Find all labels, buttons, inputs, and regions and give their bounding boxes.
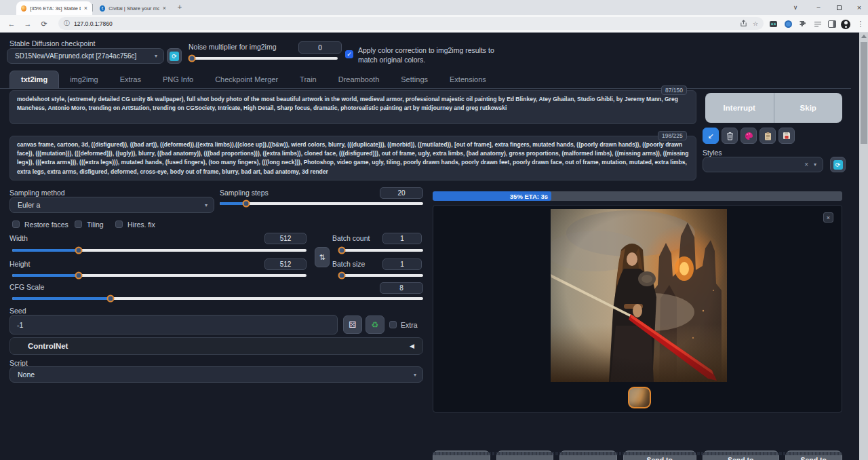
- checkpoint-dropdown[interactable]: SD15NewVAEpruned.ckpt [27a4ac756c] ▾: [7, 48, 164, 64]
- generated-image[interactable]: [551, 209, 727, 382]
- tab-close-icon[interactable]: ×: [163, 5, 166, 12]
- width-input[interactable]: 512: [264, 233, 307, 244]
- browser-tab-civitai[interactable]: Civitai | Share your models ×: [95, 1, 171, 15]
- back-icon[interactable]: ←: [5, 18, 18, 30]
- styles-dropdown[interactable]: × ▾: [703, 157, 823, 172]
- window-maximize-button[interactable]: [829, 0, 849, 15]
- close-preview-button[interactable]: ×: [823, 212, 833, 223]
- noise-multiplier-slider[interactable]: [190, 57, 338, 60]
- tab-img2img[interactable]: img2img: [59, 71, 109, 88]
- stable-diffusion-webui: Stable Diffusion checkpoint SD15NewVAEpr…: [0, 33, 859, 460]
- slider-thumb[interactable]: [243, 200, 250, 208]
- slider-thumb[interactable]: [75, 247, 83, 254]
- noise-multiplier-input[interactable]: 0: [298, 41, 342, 54]
- sampling-method-dropdown[interactable]: Euler a ▾: [9, 197, 214, 213]
- script-dropdown[interactable]: None ▾: [9, 366, 423, 383]
- browser-tab-strip: [35% ETA: 3s] Stable Diffusion × Civitai…: [0, 0, 868, 15]
- browser-tab-stable-diffusion[interactable]: [35% ETA: 3s] Stable Diffusion ×: [16, 1, 92, 15]
- profile-avatar-icon[interactable]: [840, 19, 851, 29]
- tab-extras[interactable]: Extras: [109, 71, 152, 88]
- scrollbar-thumb[interactable]: [861, 42, 867, 144]
- extra-seed-checkbox[interactable]: [389, 321, 397, 328]
- address-bar[interactable]: ⓘ 127.0.0.1:7860 ☆: [58, 17, 764, 30]
- batch-size-slider[interactable]: [339, 274, 423, 277]
- extra-networks-button[interactable]: [741, 128, 757, 144]
- clear-styles-icon[interactable]: ×: [804, 161, 808, 168]
- slider-thumb[interactable]: [338, 272, 346, 280]
- extensions-puzzle-icon[interactable]: [797, 19, 808, 29]
- main-tab-bar: txt2img img2img Extras PNG Info Checkpoi…: [0, 71, 851, 89]
- swap-dimensions-icon: ⇅: [319, 253, 325, 262]
- window-minimize-button[interactable]: –: [808, 0, 829, 15]
- extension-blue-icon[interactable]: [783, 19, 793, 29]
- save-style-icon: [783, 132, 791, 140]
- cfg-scale-slider[interactable]: [12, 297, 423, 300]
- batch-count-input[interactable]: 1: [382, 233, 422, 244]
- controlnet-label: ControlNet: [28, 342, 68, 350]
- negative-prompt-input[interactable]: canvas frame, cartoon, 3d, ((disfigured)…: [9, 136, 696, 180]
- reading-list-icon[interactable]: [812, 19, 823, 29]
- slider-thumb[interactable]: [338, 247, 346, 254]
- tiling-checkbox[interactable]: [75, 221, 82, 228]
- new-tab-button[interactable]: +: [175, 3, 184, 11]
- site-info-icon[interactable]: ⓘ: [64, 19, 70, 28]
- cfg-scale-input[interactable]: 8: [380, 282, 423, 294]
- progress-fill: 35% ETA: 3s: [433, 191, 551, 201]
- slider-thumb[interactable]: [107, 295, 115, 303]
- seed-input[interactable]: -1: [9, 315, 338, 334]
- tab-txt2img[interactable]: txt2img: [9, 71, 59, 88]
- interrupt-button[interactable]: Interrupt: [705, 93, 774, 123]
- tab-search-chevron-icon[interactable]: ∨: [785, 0, 806, 15]
- cfg-scale-label: CFG Scale: [9, 283, 44, 291]
- paste-generation-params-button[interactable]: ↙: [703, 128, 719, 144]
- paste-params-icon: ↙: [707, 132, 713, 140]
- side-panel-icon[interactable]: [827, 19, 837, 29]
- gallery-thumbnail[interactable]: [628, 387, 651, 408]
- height-slider[interactable]: [12, 274, 307, 277]
- batch-count-label: Batch count: [332, 234, 370, 242]
- tab-dreambooth[interactable]: Dreambooth: [328, 71, 391, 88]
- tab-extensions[interactable]: Extensions: [439, 71, 497, 88]
- batch-count-slider[interactable]: [339, 249, 423, 252]
- restore-faces-checkbox[interactable]: [12, 221, 20, 228]
- tab-settings[interactable]: Settings: [390, 71, 439, 88]
- generation-info-clipped: [433, 452, 842, 455]
- height-input[interactable]: 512: [264, 258, 307, 270]
- checkpoint-refresh-button[interactable]: ⟳: [167, 48, 182, 64]
- page-scrollbar[interactable]: [859, 33, 868, 460]
- reload-icon[interactable]: ⟳: [38, 18, 50, 30]
- window-close-button[interactable]: ×: [849, 0, 868, 15]
- seed-label: Seed: [9, 307, 26, 315]
- controlnet-accordion[interactable]: ControlNet ◀: [9, 337, 423, 355]
- slider-thumb[interactable]: [75, 272, 83, 280]
- scroll-up-arrow-icon[interactable]: [861, 35, 867, 38]
- skip-button[interactable]: Skip: [774, 93, 843, 123]
- reuse-seed-button[interactable]: ♻: [366, 315, 384, 334]
- tab-checkpoint-merger[interactable]: Checkpoint Merger: [204, 71, 289, 88]
- clear-prompt-button[interactable]: [722, 128, 738, 144]
- styles-refresh-button[interactable]: ⟳: [830, 157, 846, 172]
- checkpoint-value: SD15NewVAEpruned.ckpt [27a4ac756c]: [15, 52, 155, 60]
- slider-thumb[interactable]: [189, 55, 196, 62]
- batch-size-input[interactable]: 1: [382, 258, 422, 270]
- tab-divider: [92, 4, 93, 12]
- prompt-input[interactable]: modelshoot style, (extremely detailed CG…: [9, 90, 696, 124]
- sampling-steps-slider[interactable]: [220, 202, 423, 205]
- extension-grid-icon[interactable]: [768, 19, 778, 29]
- sampling-steps-input[interactable]: 20: [380, 187, 423, 199]
- bookmark-star-icon[interactable]: ☆: [753, 20, 758, 27]
- random-seed-button[interactable]: ⚄: [343, 315, 362, 334]
- tab-train[interactable]: Train: [289, 71, 328, 88]
- apply-style-button[interactable]: [760, 128, 776, 144]
- civitai-favicon: [100, 5, 105, 12]
- save-style-button[interactable]: [778, 128, 795, 144]
- tab-close-icon[interactable]: ×: [84, 5, 87, 12]
- width-slider[interactable]: [12, 249, 307, 252]
- tab-png-info[interactable]: PNG Info: [152, 71, 204, 88]
- color-correction-checkbox[interactable]: ✓: [345, 50, 353, 58]
- hires-fix-checkbox[interactable]: [115, 221, 123, 228]
- forward-icon[interactable]: →: [22, 18, 34, 30]
- menu-kebab-icon[interactable]: ⋮: [855, 19, 866, 29]
- swap-dimensions-button[interactable]: ⇅: [315, 247, 330, 267]
- share-icon[interactable]: [740, 20, 747, 27]
